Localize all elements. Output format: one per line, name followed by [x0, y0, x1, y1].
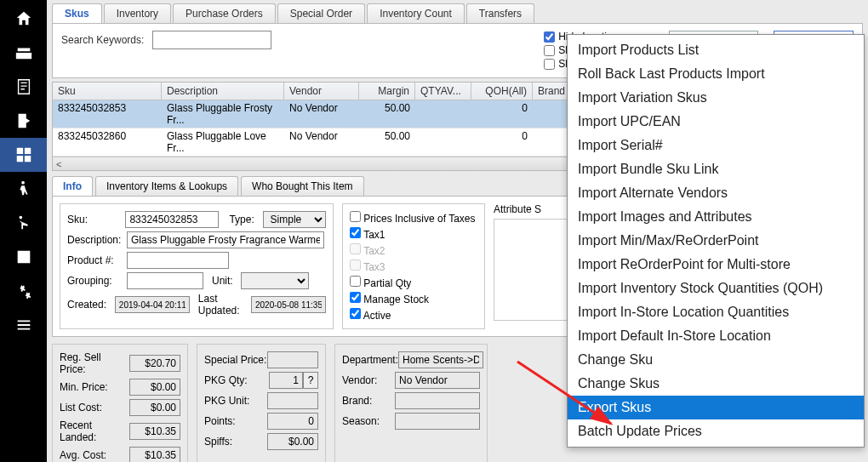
- reg-price[interactable]: [129, 355, 180, 372]
- nav-menu[interactable]: [0, 308, 47, 342]
- nav-settings[interactable]: [0, 274, 47, 308]
- tab-inv-items[interactable]: Inventory Items & Lookups: [95, 176, 238, 196]
- pkg-qty-help[interactable]: ?: [303, 372, 318, 389]
- pkg-qty[interactable]: [269, 372, 303, 389]
- updated-label: Last Updated:: [198, 293, 248, 317]
- person-icon: [14, 180, 33, 198]
- menu-item-import-alternate-vendors[interactable]: Import Alternate Vendors: [568, 181, 864, 205]
- grid-icon: [14, 145, 33, 164]
- cart-icon: [14, 214, 33, 232]
- nav-export[interactable]: [0, 104, 47, 138]
- menu-item-import-in-store-location-quantities[interactable]: Import In-Store Location Quantities: [568, 300, 864, 324]
- menu-item-import-bundle-sku-link[interactable]: Import Bundle Sku Link: [568, 157, 864, 181]
- sku-field[interactable]: [125, 211, 219, 228]
- nav-rail: [0, 0, 47, 462]
- col-margin[interactable]: Margin: [359, 83, 415, 100]
- nav-register[interactable]: [0, 36, 47, 70]
- menu-item-import-images-and-attributes[interactable]: Import Images and Attributes: [568, 205, 864, 229]
- menu-item-import-min-max-reorderpoint[interactable]: Import Min/Max/ReOrderPoint: [568, 229, 864, 253]
- desc-label: Description:: [67, 234, 123, 246]
- gears-icon: [14, 282, 33, 300]
- brand-field[interactable]: [395, 392, 480, 409]
- svg-line-0: [517, 362, 611, 424]
- menu-item-import-upc-ean[interactable]: Import UPC/EAN: [568, 110, 864, 134]
- register-icon: [14, 43, 33, 62]
- scroll-left-icon[interactable]: <: [56, 159, 61, 169]
- prodnum-label: Product #:: [67, 254, 123, 266]
- tab-skus[interactable]: Skus: [52, 3, 102, 23]
- chk-inclusive[interactable]: Prices Inclusive of Taxes: [350, 211, 477, 225]
- tab-count[interactable]: Inventory Count: [367, 3, 465, 23]
- unit-select[interactable]: [241, 272, 309, 289]
- list-cost[interactable]: [129, 399, 180, 416]
- tab-inventory[interactable]: Inventory: [104, 3, 171, 23]
- menu-item-import-reorderpoint-for-multi-store[interactable]: Import ReOrderPoint for Multi-store: [568, 253, 864, 277]
- nav-walking[interactable]: [0, 172, 47, 206]
- desc-field[interactable]: [127, 231, 324, 248]
- chk-tax1[interactable]: Tax1: [350, 227, 477, 241]
- spiffs[interactable]: [267, 433, 318, 450]
- main-area: Skus Inventory Purchase Orders Special O…: [47, 0, 868, 462]
- season-field[interactable]: [395, 413, 480, 430]
- annotation-arrow: [513, 357, 624, 434]
- nav-report[interactable]: [0, 240, 47, 274]
- menu-item-import-variation-skus[interactable]: Import Variation Skus: [568, 86, 864, 110]
- nav-home[interactable]: [0, 2, 47, 36]
- type-label: Type:: [229, 214, 259, 225]
- col-desc[interactable]: Description: [162, 83, 284, 100]
- col-qoh[interactable]: QOH(All): [471, 83, 533, 100]
- chk-partial[interactable]: Partial Qty: [350, 276, 477, 289]
- vendor-field[interactable]: [395, 372, 480, 389]
- search-input[interactable]: [152, 31, 271, 49]
- department-field[interactable]: [398, 351, 483, 368]
- chk-managestock[interactable]: Manage Stock: [350, 292, 477, 305]
- menu-item-import-products-list[interactable]: Import Products List: [568, 38, 864, 62]
- updated-field: [251, 296, 326, 313]
- menu-item-import-serial-[interactable]: Import Serial#: [568, 134, 864, 157]
- created-field: [115, 296, 190, 313]
- search-label: Search Keywords:: [61, 31, 144, 49]
- tab-who-bought[interactable]: Who Bought This Item: [241, 176, 364, 196]
- tab-special[interactable]: Special Order: [277, 3, 365, 23]
- chk-tax2: Tax2: [350, 243, 477, 257]
- prodnum-field[interactable]: [127, 252, 229, 269]
- tab-info[interactable]: Info: [52, 176, 93, 196]
- nav-invoice[interactable]: [0, 70, 47, 104]
- chk-tax3: Tax3: [350, 260, 477, 273]
- nav-grid[interactable]: [0, 138, 47, 172]
- recent-landed[interactable]: [129, 423, 180, 440]
- grouping-field[interactable]: [127, 272, 203, 289]
- sku-label: Sku:: [67, 214, 122, 225]
- created-label: Created:: [67, 299, 111, 311]
- grouping-label: Grouping:: [67, 275, 123, 287]
- menu-item-import-default-in-store-location[interactable]: Import Default In-Store Location: [568, 324, 864, 348]
- menu-item-roll-back-last-products-import[interactable]: Roll Back Last Products Import: [568, 62, 864, 86]
- nav-pushing[interactable]: [0, 206, 47, 240]
- menu-icon: [14, 316, 33, 334]
- min-price[interactable]: [129, 379, 180, 396]
- report-icon: [14, 248, 33, 266]
- special-price[interactable]: [267, 351, 318, 368]
- unit-label: Unit:: [212, 275, 237, 287]
- col-qtyav[interactable]: QTYAV...: [415, 83, 471, 100]
- menu-item-import-inventory-stock-quantities-qoh-[interactable]: Import Inventory Stock Quantities (QOH): [568, 277, 864, 300]
- export-icon: [14, 111, 33, 130]
- type-select[interactable]: Simple: [263, 211, 326, 228]
- avg-cost[interactable]: [129, 447, 180, 462]
- pkg-unit[interactable]: [267, 392, 318, 409]
- tab-transfers[interactable]: Transfers: [466, 3, 534, 23]
- invoice-icon: [14, 77, 33, 96]
- tab-po[interactable]: Purchase Orders: [173, 3, 276, 23]
- col-sku[interactable]: Sku: [53, 83, 162, 100]
- points[interactable]: [267, 413, 318, 430]
- col-vendor[interactable]: Vendor: [284, 83, 359, 100]
- home-icon: [14, 9, 33, 28]
- chk-active[interactable]: Active: [350, 308, 477, 322]
- main-tabs: Skus Inventory Purchase Orders Special O…: [47, 0, 868, 23]
